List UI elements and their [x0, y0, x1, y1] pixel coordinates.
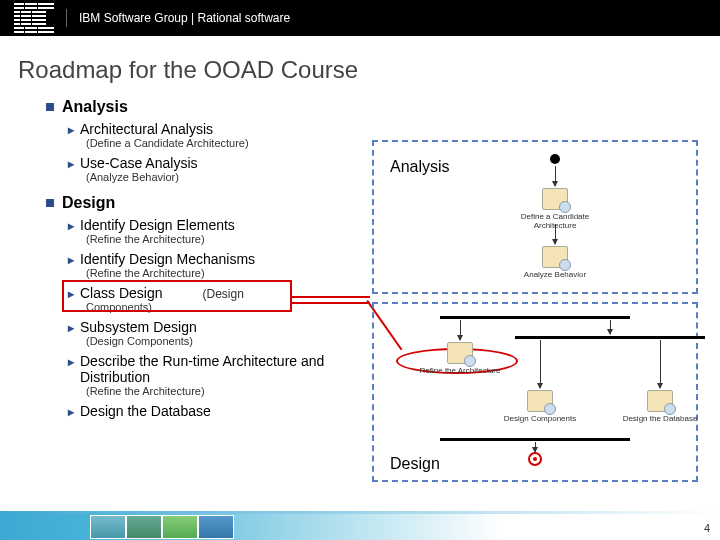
item-describe-runtime: ▸Describe the Run-time Architecture and …: [66, 352, 356, 398]
square-bullet-icon: [46, 199, 54, 207]
activity-node-icon: [647, 390, 673, 412]
arrow-icon: ▸: [68, 123, 74, 137]
highlight-identify-design-elements: [62, 280, 292, 312]
item-identify-design-mechanisms: ▸Identify Design Mechanisms (Refine the …: [66, 250, 356, 280]
item-subsystem-design: ▸Subsystem Design (Design Components): [66, 318, 356, 348]
arrow-icon: ▸: [68, 219, 74, 233]
footer-thumbnails: [90, 515, 234, 539]
item-use-case-analysis: ▸Use-Case Analysis (Analyze Behavior): [66, 154, 356, 184]
connector-line: [292, 296, 370, 298]
footer-thumb-icon: [126, 515, 162, 539]
arrow-icon: ▸: [68, 157, 74, 171]
connector-line: [292, 302, 370, 304]
flow-arrow-icon: [555, 166, 556, 186]
activity-node-icon: [542, 246, 568, 268]
footer-thumb-icon: [198, 515, 234, 539]
item-architectural-analysis: ▸Architectural Analysis (Define a Candid…: [66, 120, 356, 150]
footer-thumb-icon: [90, 515, 126, 539]
flow-arrow-icon: [660, 340, 661, 388]
arrow-icon: ▸: [68, 355, 74, 369]
header-bar: IBM Software Group | Rational software: [0, 0, 720, 36]
activity-node-icon: [447, 342, 473, 364]
start-node-icon: [550, 154, 560, 164]
design-diagram: Refine the Architecture Design Component…: [380, 310, 695, 460]
flow-arrow-icon: [555, 224, 556, 244]
section-analysis-label: Analysis: [62, 98, 128, 116]
node-caption: Refine the Architecture: [410, 366, 510, 375]
ibm-logo: [14, 3, 54, 33]
arrow-icon: ▸: [68, 253, 74, 267]
footer-thumb-icon: [162, 515, 198, 539]
sync-bar-icon: [515, 336, 705, 339]
sync-bar-icon: [440, 438, 630, 441]
section-design-header: Design: [46, 194, 356, 212]
slide-title: Roadmap for the OOAD Course: [0, 36, 720, 98]
section-design-label: Design: [62, 194, 115, 212]
flow-arrow-icon: [535, 442, 536, 452]
analysis-diagram: Define a Candidate Architecture Analyze …: [440, 150, 690, 290]
header-divider: [66, 9, 67, 27]
flow-arrow-icon: [540, 340, 541, 388]
activity-node-icon: [542, 188, 568, 210]
flow-arrow-icon: [610, 320, 611, 334]
item-design-database: ▸Design the Database: [66, 402, 356, 420]
arrow-icon: ▸: [68, 405, 74, 419]
arrow-icon: ▸: [68, 321, 74, 335]
item-identify-design-elements: ▸Identify Design Elements (Refine the Ar…: [66, 216, 356, 246]
node-caption: Analyze Behavior: [505, 270, 605, 279]
square-bullet-icon: [46, 103, 54, 111]
page-number: 4: [704, 522, 710, 534]
header-text: IBM Software Group | Rational software: [79, 11, 290, 25]
flow-arrow-icon: [460, 320, 461, 340]
node-caption: Design Components: [490, 414, 590, 423]
activity-node-icon: [527, 390, 553, 412]
section-analysis-header: Analysis: [46, 98, 356, 116]
end-node-icon: [528, 452, 542, 466]
node-caption: Design the Database: [610, 414, 710, 423]
sync-bar-icon: [440, 316, 630, 319]
